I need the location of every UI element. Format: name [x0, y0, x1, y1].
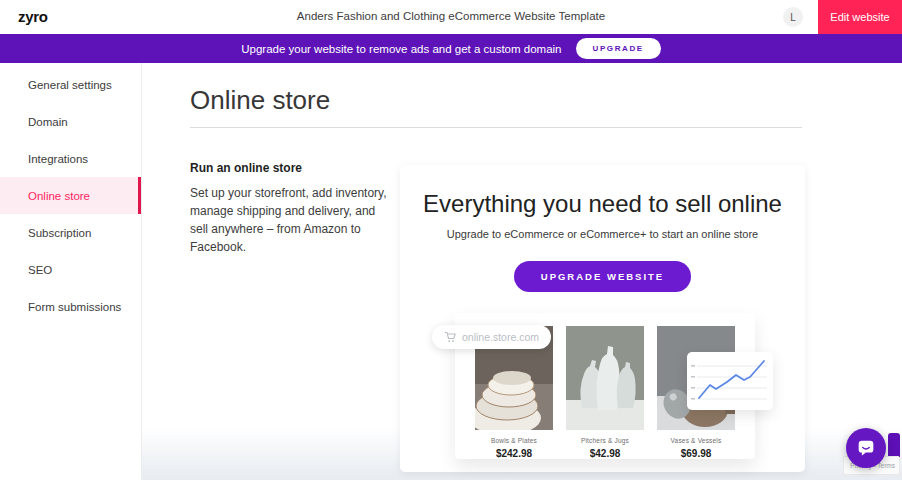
sidebar-item-label: Integrations [28, 153, 88, 165]
sidebar-item-label: Subscription [28, 227, 91, 239]
upsell-title: Everything you need to sell online [400, 190, 805, 218]
upgrade-banner: Upgrade your website to remove ads and g… [0, 34, 902, 63]
sidebar-item-subscription[interactable]: Subscription [0, 214, 141, 251]
site-template-title: Anders Fashion and Clothing eCommerce We… [0, 10, 902, 22]
chat-launcher-button[interactable] [846, 428, 886, 468]
upgrade-banner-text: Upgrade your website to remove ads and g… [241, 43, 561, 55]
sidebar-item-label: SEO [28, 264, 52, 276]
upgrade-website-button[interactable]: UPGRADE WEBSITE [514, 261, 691, 292]
product-price: $242.98 [475, 448, 553, 459]
sidebar-item-label: Online store [28, 190, 90, 202]
analytics-card [687, 352, 773, 410]
upgrade-banner-button[interactable]: UPGRADE [576, 38, 661, 59]
upsell-card: Everything you need to sell online Upgra… [400, 165, 805, 472]
sidebar-item-form-submissions[interactable]: Form submissions [0, 288, 141, 325]
line-chart-icon [687, 352, 773, 410]
sidebar-item-seo[interactable]: SEO [0, 251, 141, 288]
product-name: Bowls & Plates [475, 437, 553, 444]
chat-bubble-icon [855, 437, 877, 459]
store-url-text: online.store.com [462, 331, 539, 343]
sidebar-item-label: Domain [28, 116, 68, 128]
product-price: $69.98 [657, 448, 735, 459]
sidebar-item-domain[interactable]: Domain [0, 103, 141, 140]
account-avatar[interactable]: L [783, 7, 803, 27]
product-card: Pitchers & Jugs $42.98 [566, 326, 644, 459]
store-url-bar: online.store.com [432, 325, 551, 349]
product-price: $42.98 [566, 448, 644, 459]
intro-description: Set up your storefront, add inventory, m… [190, 184, 388, 256]
cart-icon [444, 331, 456, 343]
settings-sidebar: General settings Domain Integrations Onl… [0, 63, 142, 480]
edit-website-button[interactable]: Edit website [818, 0, 902, 34]
intro-column: Run an online store Set up your storefro… [190, 161, 388, 256]
intro-heading: Run an online store [190, 161, 388, 175]
title-divider [190, 127, 802, 128]
sidebar-item-general-settings[interactable]: General settings [0, 66, 141, 103]
app-window: zyro Anders Fashion and Clothing eCommer… [0, 0, 902, 480]
sidebar-item-label: General settings [28, 79, 112, 91]
product-name: Vases & Vessels [657, 437, 735, 444]
top-bar: zyro Anders Fashion and Clothing eCommer… [0, 0, 902, 34]
active-indicator [138, 177, 141, 214]
product-name: Pitchers & Jugs [566, 437, 644, 444]
sidebar-item-online-store[interactable]: Online store [0, 177, 141, 214]
upsell-subtitle: Upgrade to eCommerce or eCommerce+ to st… [400, 228, 805, 240]
sidebar-item-label: Form submissions [28, 301, 121, 313]
product-photo-pitchers [566, 326, 644, 430]
page-title: Online store [190, 85, 330, 116]
sidebar-item-integrations[interactable]: Integrations [0, 140, 141, 177]
